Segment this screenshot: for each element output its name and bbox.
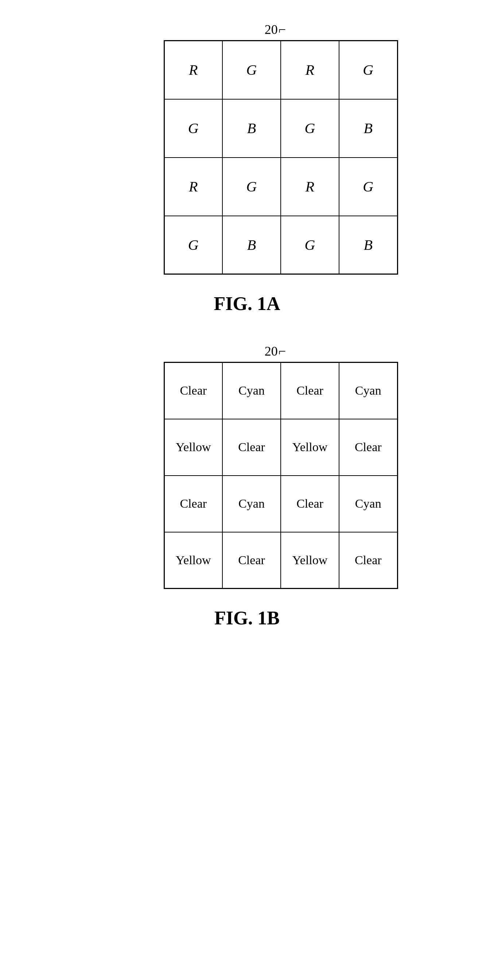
cell-fig1a-3-2: G <box>281 216 339 274</box>
cell-fig1b-1-1: Clear <box>222 419 281 476</box>
cell-fig1b-2-1: Cyan <box>222 476 281 532</box>
cell-fig1a-3-3: B <box>339 216 397 274</box>
figure-1b: 20 ⌐ ClearCyanClearCyanYellowClearYellow… <box>96 344 398 629</box>
cell-fig1b-3-1: Clear <box>222 532 281 589</box>
cell-fig1b-1-0: Yellow <box>164 419 222 476</box>
label-20-fig1b: 20 <box>265 344 278 362</box>
cell-fig1a-2-3: G <box>339 158 397 216</box>
cell-fig1b-1-2: Yellow <box>281 419 339 476</box>
cell-fig1a-0-3: G <box>339 41 397 99</box>
grid-fig1b: ClearCyanClearCyanYellowClearYellowClear… <box>164 362 398 589</box>
cell-fig1a-2-0: R <box>164 158 222 216</box>
grid-fig1a: RGRGGBGBRGRGGBGB <box>164 40 398 275</box>
fig1a-caption: FIG. 1A <box>214 293 280 314</box>
cell-fig1a-2-1: G <box>222 158 281 216</box>
cell-fig1a-1-1: B <box>222 99 281 158</box>
cell-fig1a-3-1: B <box>222 216 281 274</box>
cell-fig1b-3-3: Clear <box>339 532 397 589</box>
cell-fig1b-0-1: Cyan <box>222 363 281 419</box>
fig1b-caption: FIG. 1B <box>214 607 280 629</box>
cell-fig1b-3-0: Yellow <box>164 532 222 589</box>
bayer-pattern-table: RGRGGBGBRGRGGBGB <box>164 40 398 275</box>
cell-fig1b-3-2: Yellow <box>281 532 339 589</box>
cell-fig1b-0-2: Clear <box>281 363 339 419</box>
cell-fig1a-0-2: R <box>281 41 339 99</box>
cell-fig1a-2-2: R <box>281 158 339 216</box>
cell-fig1b-1-3: Clear <box>339 419 397 476</box>
cell-fig1a-0-0: R <box>164 41 222 99</box>
cell-fig1b-0-3: Cyan <box>339 363 397 419</box>
figure-1a: 20 ⌐ RGRGGBGBRGRGGBGB FIG. 1A <box>96 22 398 314</box>
color-filter-table: ClearCyanClearCyanYellowClearYellowClear… <box>164 362 398 589</box>
cell-fig1b-2-3: Cyan <box>339 476 397 532</box>
cell-fig1b-2-0: Clear <box>164 476 222 532</box>
cell-fig1a-3-0: G <box>164 216 222 274</box>
cell-fig1b-2-2: Clear <box>281 476 339 532</box>
cell-fig1a-1-3: B <box>339 99 397 158</box>
cell-fig1a-1-0: G <box>164 99 222 158</box>
cell-fig1a-1-2: G <box>281 99 339 158</box>
cell-fig1a-0-1: G <box>222 41 281 99</box>
cell-fig1b-0-0: Clear <box>164 363 222 419</box>
label-20-fig1a: 20 <box>265 22 278 40</box>
